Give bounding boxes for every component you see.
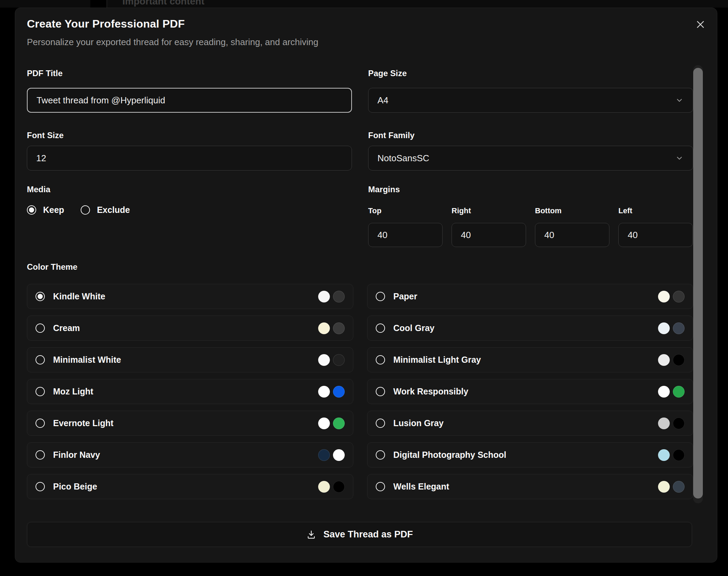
background-panel-edge	[90, 0, 107, 8]
scrollbar-thumb[interactable]	[693, 68, 703, 498]
theme-option-label: Cool Gray	[393, 323, 434, 333]
radio-icon	[36, 323, 45, 333]
swatch-accent-color	[673, 291, 685, 302]
swatch-base-color	[318, 386, 330, 398]
swatch-accent-color	[333, 449, 345, 461]
theme-swatches	[318, 418, 345, 429]
theme-option-finlor-navy[interactable]: Finlor Navy	[27, 442, 353, 467]
theme-swatches	[318, 354, 345, 366]
margin-left-input[interactable]	[618, 223, 693, 247]
theme-option-label: Minimalist White	[53, 355, 121, 365]
close-icon	[695, 19, 706, 30]
page-size-select[interactable]: A4	[368, 88, 693, 113]
radio-icon	[36, 387, 45, 396]
theme-swatches	[658, 322, 685, 334]
theme-option-label: Finlor Navy	[53, 450, 100, 460]
radio-selected-icon	[36, 292, 45, 301]
theme-option-minimalist-light-gray[interactable]: Minimalist Light Gray	[367, 347, 693, 372]
swatch-accent-color	[673, 354, 685, 366]
theme-option-label: Pico Beige	[53, 482, 97, 492]
margin-right-label: Right	[452, 206, 526, 215]
color-theme-label: Color Theme	[27, 262, 78, 272]
theme-swatches	[658, 354, 685, 366]
margin-bottom: Bottom	[535, 206, 609, 247]
font-size-label: Font Size	[27, 131, 64, 140]
download-icon	[306, 529, 316, 540]
font-family-label: Font Family	[368, 131, 415, 140]
radio-selected-icon	[27, 205, 36, 215]
font-family-select[interactable]: NotoSansSC	[368, 146, 693, 171]
theme-option-wells-elegant[interactable]: Wells Elegant	[367, 474, 693, 499]
swatch-accent-color	[673, 449, 685, 461]
media-option-exclude[interactable]: Exclude	[81, 205, 130, 215]
theme-option-label: Minimalist Light Gray	[393, 355, 481, 365]
font-size-input[interactable]	[27, 146, 352, 171]
radio-icon	[376, 387, 385, 396]
theme-option-kindle-white[interactable]: Kindle White	[27, 284, 353, 309]
swatch-accent-color	[333, 418, 345, 429]
margin-top: Top	[368, 206, 443, 247]
theme-option-pico-beige[interactable]: Pico Beige	[27, 474, 353, 499]
media-option-label: Keep	[43, 205, 64, 215]
save-thread-as-pdf-button[interactable]: Save Thread as PDF	[27, 522, 692, 547]
theme-swatches	[318, 291, 345, 302]
theme-option-evernote-light[interactable]: Evernote Light	[27, 411, 353, 436]
swatch-base-color	[318, 354, 330, 366]
margin-left-label: Left	[618, 206, 693, 215]
margin-right: Right	[452, 206, 526, 247]
swatch-base-color	[658, 291, 670, 302]
radio-icon	[376, 482, 385, 491]
theme-option-label: Work Responsibly	[393, 387, 468, 397]
swatch-base-color	[658, 418, 670, 429]
swatch-accent-color	[673, 418, 685, 429]
theme-option-label: Evernote Light	[53, 418, 113, 428]
theme-swatches	[318, 481, 345, 493]
close-button[interactable]	[693, 17, 708, 32]
radio-icon	[376, 323, 385, 333]
media-option-keep[interactable]: Keep	[27, 205, 64, 215]
swatch-base-color	[658, 354, 670, 366]
theme-option-cream[interactable]: Cream	[27, 316, 353, 341]
dialog-subtitle: Personalize your exported thread for eas…	[27, 37, 318, 48]
theme-column-left: Kindle WhiteCreamMinimalist WhiteMoz Lig…	[27, 284, 353, 499]
page-size-label: Page Size	[368, 69, 407, 78]
margin-bottom-input[interactable]	[535, 223, 609, 247]
margin-right-input[interactable]	[452, 223, 526, 247]
swatch-base-color	[658, 386, 670, 398]
theme-option-paper[interactable]: Paper	[367, 284, 693, 309]
theme-swatches	[658, 449, 685, 461]
margin-top-label: Top	[368, 206, 443, 215]
radio-icon	[376, 419, 385, 428]
margin-bottom-label: Bottom	[535, 206, 609, 215]
media-label: Media	[27, 185, 50, 194]
margin-left: Left	[618, 206, 693, 247]
page-size-value: A4	[377, 95, 388, 106]
theme-option-minimalist-white[interactable]: Minimalist White	[27, 347, 353, 372]
theme-option-moz-light[interactable]: Moz Light	[27, 379, 353, 404]
pdf-title-input[interactable]	[27, 88, 352, 113]
theme-option-work-responsibly[interactable]: Work Responsibly	[367, 379, 693, 404]
margin-top-input[interactable]	[368, 223, 443, 247]
theme-option-lusion-gray[interactable]: Lusion Gray	[367, 411, 693, 436]
swatch-accent-color	[333, 386, 345, 398]
theme-swatches	[318, 386, 345, 398]
swatch-accent-color	[673, 386, 685, 398]
swatch-base-color	[318, 322, 330, 334]
theme-column-right: PaperCool GrayMinimalist Light GrayWork …	[367, 284, 693, 499]
radio-icon	[36, 482, 45, 491]
media-radio-group: KeepExclude	[27, 205, 130, 215]
swatch-base-color	[658, 322, 670, 334]
margins-label: Margins	[368, 185, 400, 194]
swatch-base-color	[318, 291, 330, 302]
background-page-top: Important content	[0, 0, 728, 8]
pdf-title-label: PDF Title	[27, 69, 63, 78]
dialog-title: Create Your Professional PDF	[27, 18, 185, 30]
theme-swatches	[318, 322, 345, 334]
chevron-down-icon	[675, 154, 684, 163]
background-peek-text: Important content	[122, 0, 204, 7]
theme-option-label: Digital Photography School	[393, 450, 506, 460]
theme-option-digital-photography-school[interactable]: Digital Photography School	[367, 442, 693, 467]
theme-option-cool-gray[interactable]: Cool Gray	[367, 316, 693, 341]
theme-swatches	[318, 449, 345, 461]
chevron-down-icon	[675, 96, 684, 105]
